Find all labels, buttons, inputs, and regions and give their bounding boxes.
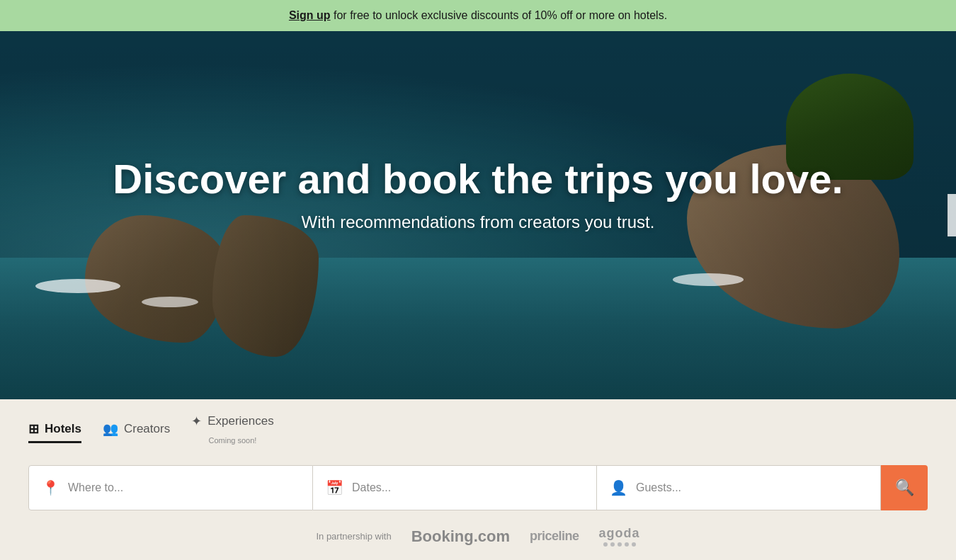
agoda-dot-3 — [618, 542, 622, 547]
tab-experiences-row: ✦ Experiences — [191, 413, 274, 429]
agoda-text: agoda — [599, 526, 640, 541]
partners-label: In partnership with — [316, 531, 391, 542]
calendar-icon: 📅 — [326, 479, 343, 496]
priceline-logo: priceline — [530, 529, 579, 544]
dates-field[interactable]: 📅 Dates... — [313, 465, 597, 510]
hero-foam-2 — [142, 297, 198, 307]
person-icon: 👤 — [610, 479, 627, 496]
hero-title: Discover and book the trips you love. — [113, 156, 843, 203]
where-placeholder: Where to... — [68, 481, 123, 494]
search-bar: 📍 Where to... 📅 Dates... 👤 Guests... 🔍 — [28, 465, 928, 510]
hotels-icon: ⊞ — [28, 421, 39, 437]
agoda-logo: agoda — [599, 526, 640, 547]
search-button[interactable]: 🔍 — [881, 465, 928, 510]
creators-icon: 👥 — [103, 421, 118, 437]
booking-logo: Booking.com — [411, 527, 510, 546]
dates-placeholder: Dates... — [352, 481, 391, 494]
location-icon: 📍 — [42, 479, 59, 496]
hero-subtitle: With recommendations from creators you t… — [113, 212, 843, 232]
hero-section: Discover and book the trips you love. Wi… — [0, 31, 956, 399]
tab-hotels-label: Hotels — [45, 422, 81, 436]
banner-message: for free to unlock exclusive discounts o… — [331, 9, 668, 21]
guests-placeholder: Guests... — [636, 481, 681, 494]
tab-creators-label: Creators — [124, 422, 170, 436]
tab-experiences-label: Experiences — [207, 414, 274, 428]
tab-hotels[interactable]: ⊞ Hotels — [28, 421, 81, 443]
hero-foam-1 — [35, 279, 120, 293]
partners-section: In partnership with Booking.com pricelin… — [28, 526, 928, 547]
experiences-icon: ✦ — [191, 413, 202, 429]
signup-link[interactable]: Sign up — [289, 9, 331, 21]
hero-content: Discover and book the trips you love. Wi… — [113, 156, 843, 233]
agoda-dot-1 — [603, 542, 608, 547]
agoda-dot-5 — [632, 542, 636, 547]
search-panel: ⊞ Hotels 👥 Creators ✦ Experiences Coming… — [0, 399, 956, 560]
guests-field[interactable]: 👤 Guests... — [597, 465, 881, 510]
tab-creators[interactable]: 👥 Creators — [103, 421, 170, 443]
hero-foam-3 — [673, 273, 744, 286]
agoda-dot-2 — [610, 542, 615, 547]
search-tabs: ⊞ Hotels 👥 Creators ✦ Experiences Coming… — [28, 413, 928, 451]
tab-experiences[interactable]: ✦ Experiences Coming soon! — [191, 413, 274, 451]
coming-soon-label: Coming soon! — [209, 436, 257, 445]
promo-banner: Sign up for free to unlock exclusive dis… — [0, 0, 956, 31]
scroll-indicator — [948, 194, 956, 236]
agoda-dots — [603, 542, 636, 547]
search-icon: 🔍 — [895, 479, 914, 497]
where-field[interactable]: 📍 Where to... — [28, 465, 313, 510]
agoda-dot-4 — [625, 542, 629, 547]
